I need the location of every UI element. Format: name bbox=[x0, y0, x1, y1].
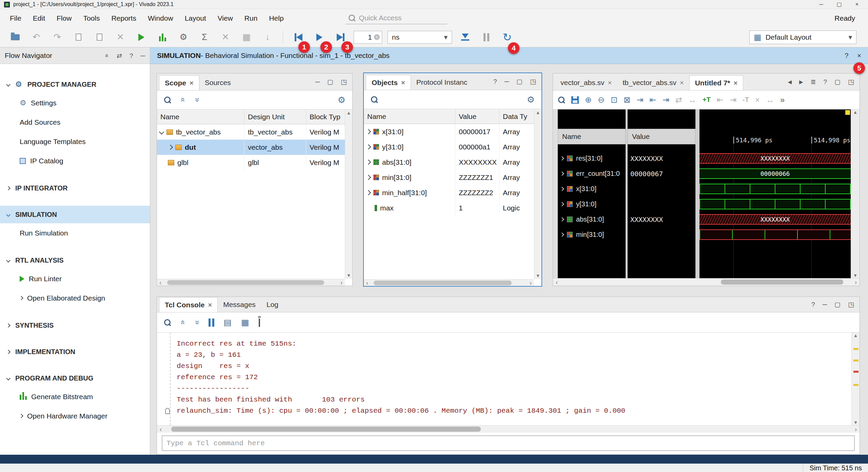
help-icon[interactable] bbox=[845, 52, 848, 59]
float-panel-icon[interactable] bbox=[848, 79, 854, 85]
column-header-design-unit[interactable]: Design Unit bbox=[244, 109, 306, 124]
zoom-out-icon[interactable] bbox=[598, 96, 605, 104]
wave-vertical-scrollbar[interactable] bbox=[851, 109, 860, 278]
scroll-up-icon[interactable] bbox=[347, 109, 350, 116]
chevron-right-icon[interactable] bbox=[168, 145, 173, 150]
close-simulation-icon[interactable] bbox=[857, 52, 861, 59]
copy-button[interactable] bbox=[92, 29, 107, 45]
tab-tb-vector-abs-sv[interactable]: tb_vector_abs.sv bbox=[617, 75, 689, 90]
layout-select[interactable]: Default Layout bbox=[749, 30, 856, 44]
run-implementation-button[interactable] bbox=[239, 29, 254, 45]
menu-tools[interactable]: Tools bbox=[77, 9, 105, 27]
debug-button[interactable] bbox=[155, 29, 170, 45]
object-row-y[interactable]: y[31:0] 000000a1 Array bbox=[364, 139, 541, 155]
object-row-x[interactable]: x[31:0] 00000017 Array bbox=[364, 124, 541, 139]
column-header-name[interactable]: Name bbox=[157, 109, 244, 124]
help-icon[interactable] bbox=[493, 78, 497, 85]
wave-horizontal-scrollbar[interactable] bbox=[553, 278, 860, 286]
chevron-right-icon[interactable] bbox=[366, 160, 371, 165]
column-divider[interactable] bbox=[695, 109, 699, 278]
waveform-canvas[interactable]: 514,996 ps 514,998 ps XXXXXXXX 00000066 … bbox=[699, 109, 851, 278]
chevron-right-icon[interactable] bbox=[560, 232, 564, 237]
measure-icon[interactable] bbox=[766, 96, 774, 104]
minimize-panel-icon[interactable] bbox=[315, 79, 320, 85]
sidebar-item-language-templates[interactable]: Language Templates bbox=[0, 132, 150, 151]
warning-marker[interactable] bbox=[853, 360, 859, 362]
column-header-value[interactable]: Value bbox=[455, 109, 499, 124]
error-marker[interactable] bbox=[853, 371, 859, 373]
tcl-console-output[interactable]: Incorrect res at time 515ns: a = 23, b =… bbox=[157, 333, 860, 425]
scroll-left-icon[interactable] bbox=[364, 280, 371, 286]
sidebar-item-settings[interactable]: Settings bbox=[0, 93, 150, 112]
help-icon[interactable] bbox=[130, 53, 133, 59]
scope-vertical-scrollbar[interactable] bbox=[345, 109, 352, 279]
scroll-right-icon[interactable] bbox=[338, 280, 345, 286]
span-markers-icon[interactable] bbox=[688, 96, 696, 104]
collapse-all-icon[interactable] bbox=[181, 319, 185, 326]
object-row-max[interactable]: max 1 Logic bbox=[364, 200, 541, 216]
section-synthesis[interactable]: SYNTHESIS bbox=[0, 316, 150, 334]
window-close-button[interactable] bbox=[855, 2, 859, 7]
chevron-down-icon[interactable] bbox=[159, 129, 164, 135]
scope-row-tb-vector-abs[interactable]: tb_vector_abs tb_vector_abs Verilog M bbox=[157, 124, 352, 140]
scroll-left-icon[interactable] bbox=[553, 279, 560, 285]
window-maximize-button[interactable] bbox=[837, 2, 842, 7]
wave-signal-res[interactable]: res[31:0] bbox=[558, 151, 626, 166]
minimize-panel-icon[interactable] bbox=[141, 53, 145, 59]
sidebar-item-add-sources[interactable]: Add Sources bbox=[0, 112, 150, 132]
scroll-down-icon[interactable] bbox=[347, 272, 350, 279]
tab-scope[interactable]: Scope bbox=[159, 75, 199, 90]
object-row-min-half[interactable]: min_half[31:0] ZZZZZZZ2 Array bbox=[364, 185, 541, 200]
object-row-abs[interactable]: abs[31:0] XXXXXXXX Array bbox=[364, 155, 541, 170]
help-icon[interactable] bbox=[824, 79, 827, 85]
undo-button[interactable] bbox=[28, 29, 44, 45]
object-row-min[interactable]: min[31:0] ZZZZZZZ1 Array bbox=[364, 170, 541, 185]
sidebar-item-open-elaborated-design[interactable]: Open Elaborated Design bbox=[0, 288, 150, 308]
run-button[interactable] bbox=[134, 29, 149, 45]
wave-signal-min[interactable]: min[31:0] bbox=[558, 227, 626, 242]
sidebar-item-run-simulation[interactable]: Run Simulation bbox=[0, 223, 150, 243]
minimize-panel-icon[interactable] bbox=[505, 78, 509, 85]
section-program-and-debug[interactable]: PROGRAM AND DEBUG bbox=[0, 369, 150, 387]
wave-signal-abs[interactable]: abs[31:0] bbox=[558, 212, 626, 227]
menu-layout[interactable]: Layout bbox=[179, 9, 212, 27]
zoom-to-cursor-icon[interactable] bbox=[624, 96, 630, 104]
section-ip-integrator[interactable]: IP INTEGRATOR bbox=[0, 179, 150, 197]
close-icon[interactable] bbox=[680, 79, 684, 86]
zoom-fit-icon[interactable] bbox=[611, 96, 617, 104]
chevron-right-icon[interactable] bbox=[366, 175, 371, 180]
scrollbar-thumb[interactable] bbox=[167, 280, 324, 285]
go-to-time-icon[interactable] bbox=[636, 96, 643, 104]
minimize-panel-icon[interactable] bbox=[823, 301, 827, 308]
settings-button[interactable] bbox=[176, 29, 191, 45]
collapse-all-icon[interactable] bbox=[181, 96, 185, 104]
search-icon[interactable] bbox=[371, 96, 378, 103]
search-icon[interactable] bbox=[558, 96, 565, 104]
close-icon[interactable] bbox=[734, 80, 738, 86]
section-rtl-analysis[interactable]: RTL ANALYSIS bbox=[0, 251, 150, 269]
redo-button[interactable] bbox=[50, 29, 65, 45]
tab-vector-abs-sv[interactable]: vector_abs.sv bbox=[555, 75, 617, 90]
menu-run[interactable]: Run bbox=[239, 9, 263, 27]
scope-row-dut[interactable]: dut vector_abs Verilog M bbox=[157, 140, 352, 155]
help-icon[interactable] bbox=[811, 301, 815, 308]
previous-transition-icon[interactable] bbox=[650, 96, 656, 104]
expand-all-icon[interactable] bbox=[195, 319, 199, 326]
maximize-panel-icon[interactable] bbox=[516, 78, 522, 85]
tcl-vertical-scrollbar[interactable] bbox=[851, 333, 860, 425]
sim-time-input[interactable]: 1 × bbox=[354, 31, 382, 44]
chevron-right-icon[interactable] bbox=[560, 202, 564, 206]
wave-signal-x[interactable]: x[31:0] bbox=[558, 181, 626, 197]
menu-edit[interactable]: Edit bbox=[27, 9, 51, 27]
tab-untitled-7[interactable]: Untitled 7* bbox=[689, 75, 744, 90]
menu-help[interactable]: Help bbox=[263, 9, 289, 27]
chevron-right-icon[interactable] bbox=[366, 190, 371, 196]
tab-sources[interactable]: Sources bbox=[199, 75, 236, 90]
scope-horizontal-scrollbar[interactable] bbox=[157, 279, 345, 286]
wave-name-header[interactable]: Name bbox=[558, 129, 626, 144]
tab-protocol-instances[interactable]: Protocol Instanc bbox=[411, 75, 473, 90]
pause-button[interactable] bbox=[478, 29, 494, 45]
scroll-down-icon[interactable] bbox=[854, 273, 856, 278]
wave-value-header[interactable]: Value bbox=[628, 129, 695, 144]
warning-marker[interactable] bbox=[853, 384, 859, 386]
